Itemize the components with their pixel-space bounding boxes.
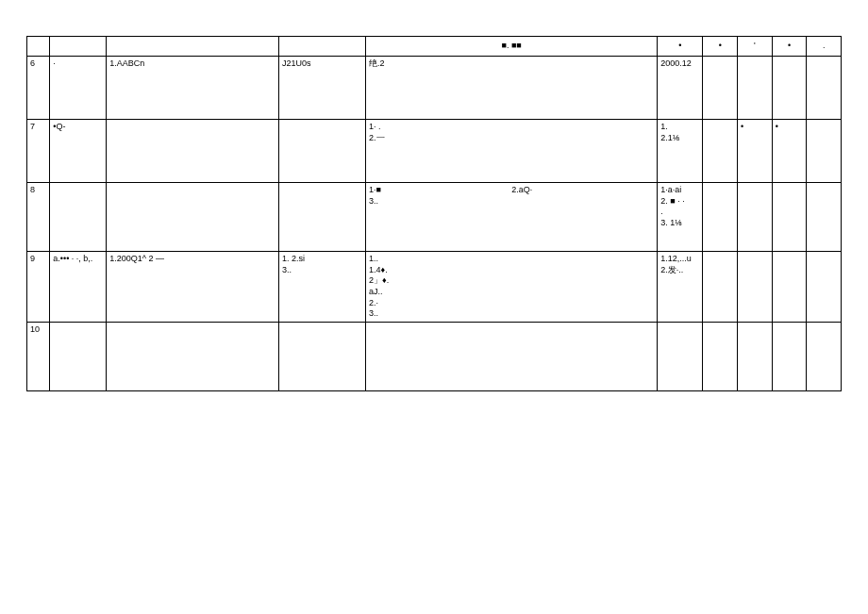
cell — [738, 183, 773, 252]
table-row: 10 — [27, 323, 842, 391]
cell — [772, 183, 807, 252]
cell-right: 2.aQ· — [511, 185, 654, 207]
table-row: 8 1·■ 3..2.aQ· 1·a·ai 2. ■ · · . 3. 1⅛ — [27, 183, 842, 252]
cell — [107, 323, 279, 391]
cell: 1.. 1.4♦. 2」♦. aJ.. 2.· 3.. — [366, 252, 658, 323]
cell — [807, 183, 842, 252]
data-table: ■. ■■ • • ' • . 6 · 1.AABCn J21U0s 绝.2 2… — [26, 36, 842, 391]
header-cell: ■. ■■ — [366, 37, 658, 57]
cell — [807, 120, 842, 183]
cell — [703, 57, 738, 120]
cell — [50, 183, 107, 252]
row-num: 6 — [27, 57, 50, 120]
cell — [772, 252, 807, 323]
row-num: 8 — [27, 183, 50, 252]
cell — [703, 323, 738, 391]
cell: 1·■ 3..2.aQ· — [366, 183, 658, 252]
header-cell: . — [807, 37, 842, 57]
cell: 1. 2.1⅛ — [658, 120, 703, 183]
cell: 1.12,...u 2.发·.. — [658, 252, 703, 323]
cell — [738, 323, 773, 391]
cell: •Q- — [50, 120, 107, 183]
cell — [703, 183, 738, 252]
cell — [366, 323, 658, 391]
cell — [807, 57, 842, 120]
cell: 1· . 2.一 — [366, 120, 658, 183]
cell — [738, 57, 773, 120]
cell — [278, 323, 365, 391]
cell: 2000.12 — [658, 57, 703, 120]
cell: 1.200Q1^ 2 — — [107, 252, 279, 323]
cell: 1·a·ai 2. ■ · · . 3. 1⅛ — [658, 183, 703, 252]
header-cell: • — [772, 37, 807, 57]
cell — [50, 323, 107, 391]
row-num: 7 — [27, 120, 50, 183]
cell — [658, 323, 703, 391]
cell — [107, 120, 279, 183]
cell — [703, 252, 738, 323]
cell — [703, 120, 738, 183]
cell — [807, 252, 842, 323]
header-cell — [107, 37, 279, 57]
header-cell — [50, 37, 107, 57]
row-num: 9 — [27, 252, 50, 323]
document-page: ■. ■■ • • ' • . 6 · 1.AABCn J21U0s 绝.2 2… — [0, 0, 868, 614]
cell — [738, 252, 773, 323]
cell — [807, 323, 842, 391]
header-cell — [278, 37, 365, 57]
table-row: 9 a.••• · ·, b,. 1.200Q1^ 2 — 1. 2.si 3.… — [27, 252, 842, 323]
cell: 1.AABCn — [107, 57, 279, 120]
header-cell: • — [658, 37, 703, 57]
cell: a.••• · ·, b,. — [50, 252, 107, 323]
table-header: ■. ■■ • • ' • . — [27, 37, 842, 57]
cell: 1. 2.si 3.. — [278, 252, 365, 323]
cell: J21U0s — [278, 57, 365, 120]
cell: 绝.2 — [366, 57, 658, 120]
cell — [772, 323, 807, 391]
header-cell: • — [703, 37, 738, 57]
cell-left: 1·■ 3.. — [369, 185, 511, 207]
table-row: 7 •Q- 1· . 2.一 1. 2.1⅛ • • — [27, 120, 842, 183]
cell — [278, 120, 365, 183]
header-cell — [27, 37, 50, 57]
header-cell: ' — [738, 37, 773, 57]
row-num: 10 — [27, 323, 50, 391]
cell: • — [772, 120, 807, 183]
cell — [278, 183, 365, 252]
cell — [107, 183, 279, 252]
cell: · — [50, 57, 107, 120]
cell: • — [738, 120, 773, 183]
table-row: 6 · 1.AABCn J21U0s 绝.2 2000.12 — [27, 57, 842, 120]
cell — [772, 57, 807, 120]
